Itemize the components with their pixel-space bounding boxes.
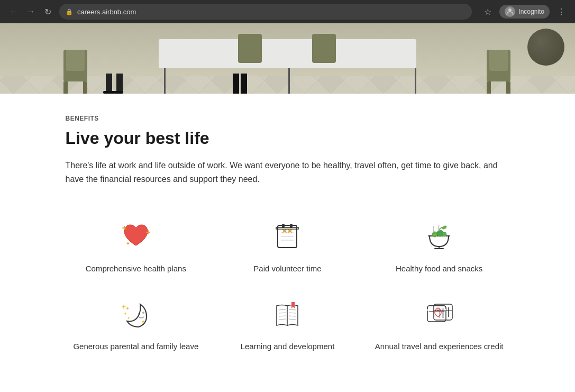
svg-rect-38 [312,34,336,63]
svg-point-70 [124,313,126,315]
svg-point-69 [126,307,129,309]
health-icon [117,217,154,254]
svg-point-71 [127,317,129,319]
forward-button[interactable]: → [23,4,38,19]
svg-rect-34 [489,50,508,71]
svg-rect-41 [103,91,115,94]
family-label: Generous parental and family leave [73,341,198,352]
svg-rect-39 [106,74,112,92]
svg-rect-40 [116,74,123,92]
main-content: BENEFITS Live your best life There's lif… [34,94,542,384]
svg-rect-89 [441,308,441,318]
svg-rect-37 [238,34,262,63]
menu-button[interactable]: ⋮ [554,4,569,19]
volunteer-icon [269,217,306,254]
food-label: Healthy food and snacks [396,263,482,274]
food-icon [421,217,458,254]
benefits-grid: Comprehensive health plans [66,217,510,352]
photo-strip [0,23,575,94]
learning-icon [269,295,306,332]
benefit-volunteer: Paid volunteer time [217,217,358,274]
section-description: There's life at work and life outside of… [66,159,510,186]
benefit-travel: Annual travel and experiences credit [369,295,510,352]
browser-actions: ☆ Incognito ⋮ [480,4,569,19]
svg-rect-27 [415,68,416,94]
svg-rect-36 [506,81,510,94]
svg-rect-91 [443,308,444,318]
svg-rect-43 [233,74,239,94]
benefits-badge: BENEFITS [66,115,510,122]
family-icon [117,295,154,332]
learning-label: Learning and development [241,341,335,352]
volunteer-label: Paid volunteer time [253,263,321,274]
bookmark-button[interactable]: ☆ [480,4,495,19]
section-title: Live your best life [66,129,510,148]
svg-point-63 [432,232,437,237]
nav-buttons: ← → ↻ [6,4,55,19]
svg-rect-35 [487,81,491,94]
address-bar[interactable]: 🔒 careers.airbnb.com [59,4,472,20]
reload-button[interactable]: ↻ [40,4,55,19]
benefit-health: Comprehensive health plans [66,217,207,274]
svg-rect-30 [66,50,85,71]
svg-rect-26 [164,68,166,94]
svg-rect-28 [288,68,290,94]
url-text: careers.airbnb.com [77,8,136,16]
svg-point-66 [441,225,448,230]
benefit-family: Generous parental and family leave [66,295,207,352]
svg-point-75 [142,312,144,314]
browser-chrome: ← → ↻ 🔒 careers.airbnb.com ☆ Incognito ⋮ [0,0,575,23]
svg-rect-42 [114,91,123,94]
lock-icon: 🔒 [66,8,73,15]
benefit-learning: Learning and development [217,295,358,352]
svg-point-74 [138,313,140,315]
travel-icon [421,295,458,332]
incognito-badge: Incognito [499,5,550,19]
svg-rect-88 [439,308,440,318]
svg-point-65 [442,232,446,236]
svg-rect-31 [63,81,68,94]
incognito-label: Incognito [518,8,544,15]
back-button[interactable]: ← [6,4,21,19]
svg-point-0 [508,8,512,12]
travel-label: Annual travel and experiences credit [375,341,504,352]
incognito-icon [505,6,515,17]
svg-rect-32 [83,81,87,94]
health-label: Comprehensive health plans [86,263,186,274]
svg-rect-25 [159,39,416,68]
benefit-food: Healthy food and snacks [369,217,510,274]
svg-rect-90 [442,308,443,318]
svg-rect-44 [241,74,247,94]
